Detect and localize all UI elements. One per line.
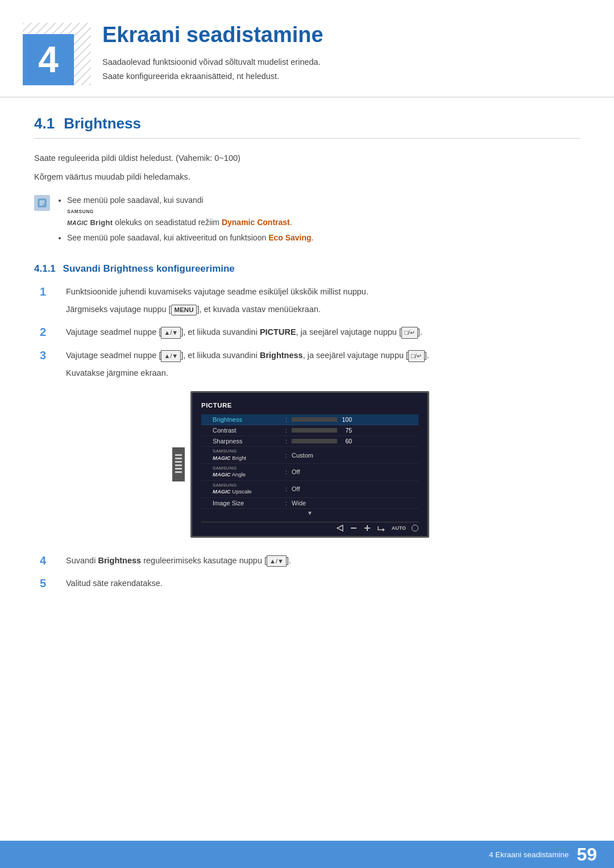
brightness-bar-num: 100 [339,416,352,423]
enter-icon [377,525,386,531]
monitor-btn-plus [363,525,371,531]
notes-list: See menüü pole saadaval, kui suvandi SAM… [57,194,313,247]
sep6: : [285,485,287,492]
svg-rect-13 [351,528,356,529]
chapter-number: 4 [38,39,59,81]
step-3-number: 3 [40,349,56,362]
chapter-number-wrapper: 4 [23,23,91,85]
menu-image-size-label: Image Size [201,500,281,506]
menu-magic-upscale-value: Off [292,485,418,492]
step-1: 1 Funktsioonide juhendi kuvamiseks vajut… [40,285,580,316]
section-4-1-desc2: Kõrgem väärtus muudab pildi heledamaks. [34,170,580,184]
step-2-pre: Vajutage seadmel nuppe [ [66,327,161,337]
footer-page-number: 59 [576,845,597,863]
menu-magic-angle-value: Off [292,468,418,475]
monitor-image-container: PICTURE Brightness : 100 [40,391,580,537]
step-2-number: 2 [40,326,56,339]
step-3-sub: Kuvatakse järgmine ekraan. [66,366,580,380]
step-3-mid: ], et liikuda suvandini [181,351,260,360]
monitor-sidebar-icon [172,447,185,481]
sep2: : [285,427,287,434]
brightness-bar-container: 100 [292,416,352,423]
monitor-btn-minus [350,525,358,531]
step-4-arrows: ▲/▼ [267,555,287,567]
step-2-mid: ], et liikuda suvandini [181,327,260,337]
sep4: : [285,452,287,459]
svg-rect-11 [175,471,182,473]
power-circle-icon [412,525,418,531]
step-2-end: ]. [418,327,422,337]
menu-magic-angle-label: SAMSUNGMAGIC Angle [201,466,281,479]
sep3: : [285,438,287,445]
step-3: 3 Vajutage seadmel nuppe [▲/▼], et liiku… [40,348,580,380]
chapter-header: 4 Ekraani seadistamine Saadaolevad funkt… [0,0,614,98]
scroll-down-indicator: ▼ [201,509,418,517]
menu-magic-bright-label: SAMSUNGMAGIC Bright [201,448,281,462]
subsection-title: Suvandi Brightness konfigureerimine [63,263,235,274]
step-4-content: Suvandi Brightness reguleerimiseks kasut… [66,554,580,568]
brightness-bar-bg [292,417,337,422]
minus-icon [350,525,358,531]
note1-mid: olekuks on seadistatud režiim [113,218,221,227]
note-item-1: See menüü pole saadaval, kui suvandi SAM… [67,194,313,229]
main-content: 4.1 Brightness Saate reguleerida pildi ü… [0,115,614,645]
menu-row-contrast: Contrast : 75 [201,425,418,436]
step-3-end: ]. [425,351,429,360]
notes-block: See menüü pole saadaval, kui suvandi SAM… [34,194,580,247]
chapter-desc2: Saate konfigureerida ekraanisätteid, nt … [102,69,580,84]
contrast-bar-container: 75 [292,427,352,434]
monitor-auto-label: AUTO [392,525,406,531]
chapter-desc1: Saadaolevad funktsioonid võivad sõltuval… [102,55,580,69]
sep1: : [285,416,287,423]
monitor-icons-row: AUTO [201,522,418,531]
section-4-1-title: Brightness [64,115,141,132]
step-2-mid2: , ja seejärel vajutage nuppu [ [296,327,401,337]
section-4-1-desc1: Saate reguleerida pildi üldist heledust.… [34,151,580,165]
step-1-sub-end: ], et kuvada vastav menüüekraan. [197,305,321,314]
monitor-wrapper: PICTURE Brightness : 100 [190,391,429,537]
step-1-sub-pre: Järgmiseks vajutage nuppu [ [66,305,171,314]
section-4-1-heading: 4.1 Brightness [34,115,580,139]
chapter-title-block: Ekraani seadistamine Saadaolevad funktsi… [102,23,580,83]
monitor-btn-left [336,525,344,531]
step-5-number: 5 [40,577,56,590]
step-1-content: Funktsioonide juhendi kuvamiseks vajutag… [66,285,580,316]
svg-marker-16 [383,528,385,531]
step-5: 5 Valitud säte rakendatakse. [40,576,580,591]
menu-row-brightness: Brightness : 100 [201,414,418,425]
note2-pre: See menüü pole saadaval, kui aktiveeritu… [67,233,268,242]
chapter-title: Ekraani seadistamine [102,23,580,47]
monitor-screen: PICTURE Brightness : 100 [190,391,429,537]
note1-end: . [290,218,292,227]
subsection-4-1-1-heading: 4.1.1 Suvandi Brightness konfigureerimin… [34,263,580,275]
svg-rect-15 [367,525,368,531]
menu-row-magic-upscale: SAMSUNGMAGIC Upscale : Off [201,481,418,498]
contrast-bar-bg [292,428,337,433]
step-1-text: Funktsioonide juhendi kuvamiseks vajutag… [66,287,368,296]
menu-magic-upscale-label: SAMSUNGMAGIC Upscale [201,483,281,496]
step-2-picture: PICTURE [260,327,296,337]
step-4-number: 4 [40,554,56,567]
sep5: : [285,468,287,475]
step-5-content: Valitud säte rakendatakse. [66,576,580,591]
menu-row-sharpness: Sharpness : 60 [201,436,418,447]
note2-end: . [312,233,314,242]
step-2-key: □/↵ [401,327,418,339]
menu-sharpness-value: 60 [292,438,418,445]
menu-rows: Brightness : 100 Contrast [201,414,418,517]
step-3-content: Vajutage seadmel nuppe [▲/▼], et liikuda… [66,348,580,380]
menu-brightness-label: Brightness [201,416,281,423]
sep7: : [285,500,287,506]
note1-pre: See menüü pole saadaval, kui suvandi [67,196,204,205]
step-4: 4 Suvandi Brightness reguleerimiseks kas… [40,554,580,568]
sharpness-bar-container: 60 [292,438,352,445]
step-4-pre: Suvandi [66,556,98,565]
step-3-key: □/↵ [408,350,425,362]
pencil-icon [37,198,47,208]
monitor-btn-enter [377,525,386,531]
svg-rect-7 [175,458,182,459]
sidebar-bars-icon [175,453,182,476]
contrast-bar-num: 75 [339,427,352,434]
step-1-number: 1 [40,285,56,298]
step-3-pre: Vajutage seadmel nuppe [ [66,351,161,360]
